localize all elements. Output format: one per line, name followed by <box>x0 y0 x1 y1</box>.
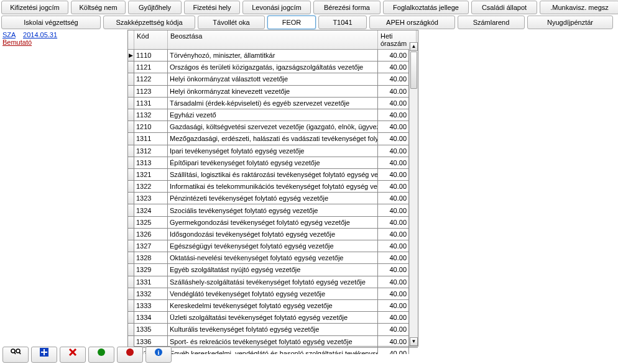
stop-button[interactable] <box>117 347 143 363</box>
info-button[interactable]: i <box>145 347 172 363</box>
tab-iskolai-v-gzetts-g[interactable]: Iskolai végzettség <box>1 16 101 29</box>
cell-kod: 1323 <box>134 193 168 204</box>
side-link-sza[interactable]: SZA <box>2 31 16 39</box>
table-row[interactable]: 1132Egyházi vezető40.00 <box>128 109 418 121</box>
table-row[interactable]: 1123Helyi önkormányzat kinevezett vezető… <box>128 86 418 98</box>
row-marker <box>128 240 134 252</box>
tab-apeh-orsz-gk-d[interactable]: APEH országkód <box>369 16 455 29</box>
row-marker <box>128 312 134 323</box>
table-row[interactable]: 1311Mezőgazdasági, erdészeti, halászati … <box>128 133 418 145</box>
cell-ora: 40.00 <box>378 109 409 121</box>
side-panel: SZA 2014.05.31 Bemutató <box>0 30 127 347</box>
table-row[interactable]: 1328Oktatási-nevelési tevékenységet foly… <box>128 252 418 264</box>
toolbar-btn-b-rez-si-forma[interactable]: Bérezési forma <box>313 1 380 14</box>
cell-beosztasa: Egyházi vezető <box>168 109 378 121</box>
cell-ora: 40.00 <box>378 324 409 335</box>
table-row[interactable]: 1335Kulturális tevékenységet folytató eg… <box>128 324 418 335</box>
table-row[interactable]: 1321Szállítási, logisztikai és raktározá… <box>128 169 418 181</box>
tab-sz-mlarend[interactable]: Számlarend <box>458 16 525 29</box>
cell-kod: 1333 <box>134 300 168 311</box>
table-row[interactable]: 1329Egyéb szolgáltatást nyújtó egység ve… <box>128 264 418 276</box>
cell-kod: 1329 <box>134 264 168 275</box>
col-header-beosztasa[interactable]: Beosztása <box>168 30 378 49</box>
scroll-down-icon[interactable]: ▼ <box>410 337 418 346</box>
table-row[interactable]: 1325Gyermekgondozási tevékenységet folyt… <box>128 217 418 229</box>
cell-beosztasa: Gazdasági, költségvetési szervezet vezet… <box>168 121 378 132</box>
cell-kod: 1313 <box>134 157 168 168</box>
data-grid[interactable]: Kód Beosztása Heti óraszám ▶1110Törvényh… <box>127 30 418 347</box>
cell-beosztasa: Szállítási, logisztikai és raktározási t… <box>168 169 378 180</box>
side-link-bemutato[interactable]: Bemutató <box>2 39 32 46</box>
toolbar-btn-foglalkoztat-s-jellege[interactable]: Foglalkoztatás jellege <box>383 1 469 14</box>
toolbar-row-2: Iskolai végzettségSzakképzettség kódjaTá… <box>0 15 618 30</box>
scroll-up-icon[interactable]: ▲ <box>410 42 418 51</box>
cell-beosztasa: Törvényhozó, miniszter, államtitkár <box>168 50 378 61</box>
toolbar-btn-k-lts-g-nem[interactable]: Költség nem <box>71 1 126 14</box>
cell-ora: 40.00 <box>378 50 409 61</box>
cell-kod: 1210 <box>134 121 168 132</box>
table-row[interactable]: ▶1110Törvényhozó, miniszter, államtitkár… <box>128 50 418 61</box>
tab-t1041[interactable]: T1041 <box>318 16 367 29</box>
cell-ora: 40.00 <box>378 348 409 354</box>
table-row[interactable]: 1326Idősgondozási tevékenységet folytató… <box>128 229 418 240</box>
toolbar-btn--munkavisz-megsz[interactable]: .Munkavisz. megsz <box>540 1 618 14</box>
col-header-kod[interactable]: Kód <box>134 30 168 49</box>
cell-kod: 1327 <box>134 240 168 252</box>
vertical-scrollbar[interactable]: ▲ ▼ <box>409 42 418 346</box>
row-marker <box>128 193 134 204</box>
cell-beosztasa: Egészségügyi tevékenységet folytató egys… <box>168 240 378 252</box>
cell-beosztasa: Oktatási-nevelési tevékenységet folytató… <box>168 252 378 263</box>
cell-ora: 40.00 <box>378 86 409 97</box>
tab-nyugd-jp-nzt-r[interactable]: Nyugdíjpénztár <box>527 16 613 29</box>
table-row[interactable]: 1331Szálláshely-szolgáltatási tevékenysé… <box>128 276 418 288</box>
table-row[interactable]: 1122Helyi önkormányzat választott vezető… <box>128 73 418 85</box>
table-row[interactable]: 1131Társadalmi (érdek-képviseleti) és eg… <box>128 98 418 109</box>
table-row[interactable]: 1312Ipari tevékenységet folytató egység … <box>128 145 418 157</box>
row-marker <box>128 229 134 240</box>
table-row[interactable]: 1327Egészségügyi tevékenységet folytató … <box>128 240 418 252</box>
cell-beosztasa: Egyéb kereskedelmi, vendéglátó és hasonl… <box>168 348 378 354</box>
scroll-thumb[interactable] <box>410 52 417 89</box>
cell-ora: 40.00 <box>378 252 409 263</box>
table-row[interactable]: 1322Informatikai és telekommunikációs te… <box>128 181 418 193</box>
cell-kod: 1322 <box>134 181 168 192</box>
tab-szakk-pzetts-g-k-dja[interactable]: Szakképzettség kódja <box>103 16 195 29</box>
table-row[interactable]: 1313Építőipari tevékenységet folytató eg… <box>128 157 418 169</box>
toolbar-btn-fizet-si-hely[interactable]: Fizetési hely <box>184 1 240 14</box>
toolbar-btn-csal-di-llapot[interactable]: Családi állapot <box>471 1 537 14</box>
tab-t-voll-t-oka[interactable]: Távollét oka <box>198 16 265 29</box>
cell-beosztasa: Gyermekgondozási tevékenységet folytató … <box>168 217 378 228</box>
cell-ora: 40.00 <box>378 300 409 311</box>
row-marker <box>128 181 134 192</box>
table-row[interactable]: 1334Üzleti szolgáltatási tevékenységet f… <box>128 312 418 324</box>
table-row[interactable]: 1323Pénzintézeti tevékenységet folytató … <box>128 193 418 204</box>
row-marker <box>128 86 134 97</box>
table-row[interactable]: 1332Vendéglátó tevékenységet folytató eg… <box>128 288 418 300</box>
toolbar-btn-kifizet-si-jogc-m[interactable]: Kifizetési jogcím <box>1 1 68 14</box>
row-marker <box>128 288 134 299</box>
toolbar-row-1: Kifizetési jogcímKöltség nemGyűjtőhelyFi… <box>0 0 618 15</box>
table-row[interactable]: 1324Szociális tevékenységet folytató egy… <box>128 204 418 216</box>
cell-ora: 40.00 <box>378 169 409 180</box>
tab-feor[interactable]: FEOR <box>267 16 316 29</box>
cell-ora: 40.00 <box>378 276 409 288</box>
toolbar-btn-gy-jt-hely[interactable]: Gyűjtőhely <box>128 1 182 14</box>
cell-kod: 1131 <box>134 98 168 109</box>
delete-button[interactable] <box>60 347 86 363</box>
table-row[interactable]: 1210Gazdasági, költségvetési szervezet v… <box>128 121 418 133</box>
cell-ora: 40.00 <box>378 133 409 144</box>
ok-button[interactable] <box>88 347 114 363</box>
row-marker <box>128 157 134 168</box>
cell-ora: 40.00 <box>378 336 409 347</box>
search-button[interactable] <box>2 347 29 363</box>
cell-ora: 40.00 <box>378 157 409 168</box>
toolbar-btn-levon-si-jogc-m[interactable]: Levonási jogcím <box>242 1 311 14</box>
table-row[interactable]: 1333Kereskedelmi tevékenységet folytató … <box>128 300 418 312</box>
table-row[interactable]: 1121Országos és területi közigazgatás, i… <box>128 61 418 73</box>
row-marker <box>128 264 134 275</box>
add-button[interactable] <box>31 347 57 363</box>
cell-kod: 1331 <box>134 276 168 288</box>
side-link-date[interactable]: 2014.05.31 <box>23 31 57 39</box>
cell-ora: 40.00 <box>378 217 409 228</box>
cell-beosztasa: Vendéglátó tevékenységet folytató egység… <box>168 288 378 299</box>
